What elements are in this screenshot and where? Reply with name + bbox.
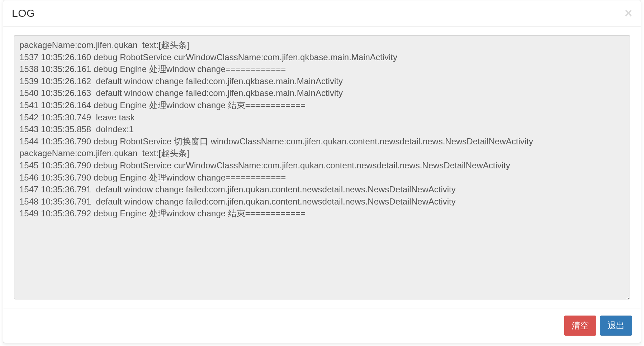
- close-icon[interactable]: ×: [625, 7, 632, 20]
- modal-footer: 清空 退出: [3, 308, 641, 343]
- log-textarea[interactable]: [14, 35, 630, 299]
- exit-button[interactable]: 退出: [600, 316, 632, 336]
- modal-title: LOG: [12, 7, 35, 19]
- log-modal: LOG × 清空 退出: [3, 0, 641, 343]
- clear-button[interactable]: 清空: [564, 316, 596, 336]
- modal-body: [3, 27, 641, 308]
- modal-header: LOG ×: [3, 0, 641, 27]
